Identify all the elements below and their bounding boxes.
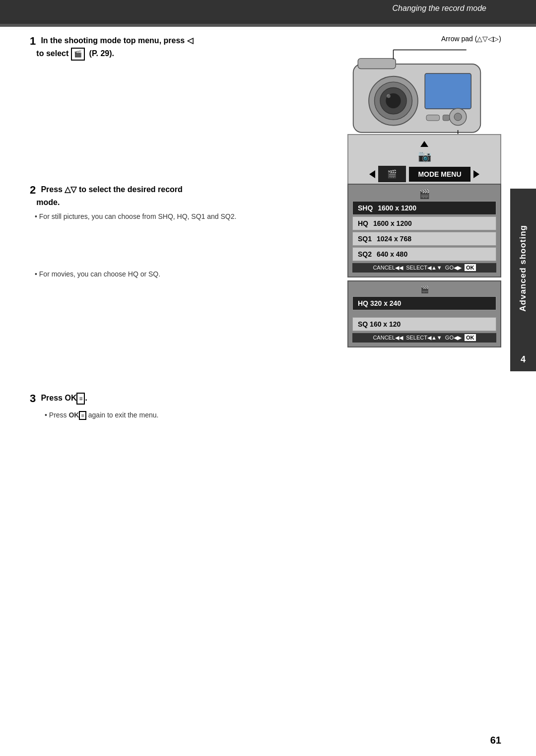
camera-mode-icon: 📷: [418, 150, 431, 163]
step2-bullet1: For still pictures, you can choose from …: [30, 212, 258, 220]
svg-rect-7: [425, 73, 471, 109]
step3-number: 3: [30, 392, 36, 405]
arrow-left-icon: [369, 170, 375, 178]
header-line: [0, 24, 536, 27]
arrow-up-icon: [420, 141, 428, 147]
arrow-right-icon: [473, 170, 479, 178]
svg-point-6: [387, 94, 391, 98]
still-pictures-menu: 🎬 SHQ 1600 x 1200 HQ 1600 x 1200 SQ1 102…: [347, 184, 501, 277]
record-item-sq2: SQ2 640 x 480: [352, 247, 496, 261]
main-content: 1 In the shooting mode top menu, press ◁…: [30, 35, 501, 726]
movie-item-hq: HQ 320 x 240: [352, 296, 496, 310]
step1-number: 1: [30, 35, 36, 48]
record-item-sq1: SQ1 1024 x 768: [352, 232, 496, 246]
step3-description: Press OK≡.: [41, 394, 87, 402]
movie-item-sq: SQ 160 x 120: [352, 317, 496, 331]
step3-bullet: • Press OK≡ again to exit the menu.: [30, 411, 501, 420]
svg-rect-10: [426, 115, 440, 121]
arrow-pad-label: Arrow pad (△▽◁▷): [333, 35, 501, 43]
step2-text: 2 Press △▽ to select the desired record …: [30, 184, 258, 278]
step3-section: 3 Press OK≡. • Press OK≡ again to exit t…: [30, 392, 501, 420]
step2-description: Press △▽ to select the desired record mo…: [30, 185, 183, 206]
step3-heading: 3 Press OK≡.: [30, 392, 501, 405]
step1-text: 1 In the shooting mode top menu, press ◁…: [30, 35, 258, 61]
movie-menu-icon: 🎬: [352, 285, 496, 293]
camera-illustration: [340, 45, 494, 139]
record-item-shq: SHQ 1600 x 1200: [352, 201, 496, 215]
chapter-tab: Advanced shooting: [510, 189, 536, 347]
chapter-number: 4: [510, 347, 536, 371]
still-menu-footer: CANCEL◀◀ SELECT◀▲▼ GO◀▶ OK: [352, 263, 496, 273]
page-title: Changing the record mode: [393, 4, 486, 13]
step2-number: 2: [30, 184, 36, 197]
record-item-hq: HQ 1600 x 1200: [352, 216, 496, 230]
step2-section: 2 Press △▽ to select the desired record …: [30, 184, 501, 278]
movie-menu: 🎬 HQ 320 x 240 SQ 160 x 120 CANCEL◀◀ SEL…: [347, 280, 501, 347]
mode-menu-button: MODE MENU: [409, 167, 470, 182]
page-number: 61: [490, 735, 501, 746]
svg-point-9: [454, 113, 462, 121]
svg-rect-11: [443, 115, 449, 121]
step2-bullet2: For movies, you can choose HQ or SQ.: [30, 270, 258, 278]
step1-description: In the shooting mode top menu, press ◁ t…: [30, 36, 193, 58]
chapter-tab-label: Advanced shooting: [518, 225, 528, 312]
still-menu-icon: 🎬: [352, 189, 496, 200]
svg-rect-1: [358, 59, 396, 69]
step2-heading: 2 Press △▽ to select the desired record …: [30, 184, 258, 208]
mode-menu-icon: 🎬: [378, 166, 406, 182]
movie-menu-footer: CANCEL◀◀ SELECT◀▲▼ GO◀▶ OK: [352, 333, 496, 343]
